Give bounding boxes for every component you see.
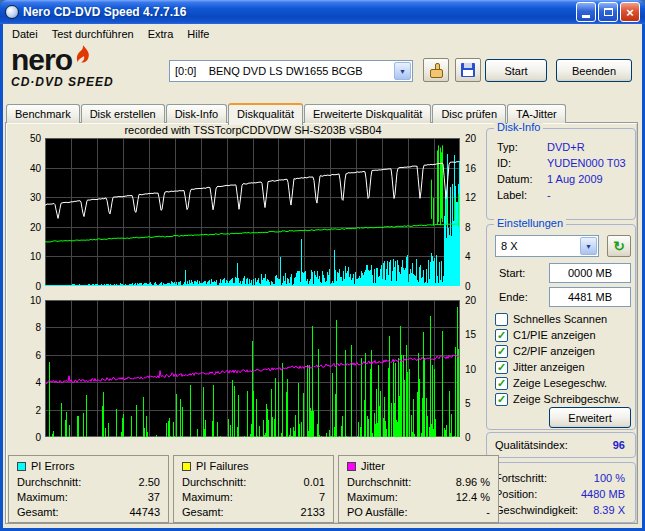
tab-ta-jitter[interactable]: TA-Jitter — [507, 104, 566, 123]
stats-label: Durchschnitt: — [347, 475, 411, 490]
quit-button[interactable]: Beenden — [556, 59, 632, 82]
checkbox-c2-pif-anzeigen[interactable]: ✓C2/PIF anzeigen — [495, 343, 631, 359]
app-window: Nero CD-DVD Speed 4.7.7.16 × DateiTest d… — [0, 0, 645, 531]
minimize-icon — [582, 15, 590, 18]
speed-select[interactable]: 8 X ▼ — [495, 235, 599, 257]
disk-info-label: Label: — [497, 189, 547, 201]
chevron-down-icon[interactable]: ▼ — [394, 62, 411, 80]
tab-disc-prüfen[interactable]: Disc prüfen — [432, 104, 506, 123]
save-button[interactable] — [455, 58, 481, 82]
product-name-text: CD·DVD SPEED — [11, 75, 163, 89]
y-axis-tick-right: 4 — [465, 251, 471, 262]
tab-disk-info[interactable]: Disk-Info — [166, 104, 227, 123]
checkbox-zeige-schreibgeschw[interactable]: ✓Zeige Schreibgeschw. — [495, 391, 631, 407]
progress-row: Position:4480 MB — [495, 486, 625, 502]
stats-box-jitter: JitterDurchschnitt:8.96 %Maximum:12.4 %P… — [338, 455, 499, 523]
checkbox-label: C2/PIF anzeigen — [513, 345, 595, 357]
hand-icon — [429, 63, 443, 77]
y-axis-tick-right: 5 — [465, 398, 471, 409]
checkbox-schnelles-scannen[interactable]: Schnelles Scannen — [495, 311, 631, 327]
nero-logo-wordmark: nero — [11, 46, 163, 74]
stats-row: Maximum:7 — [182, 490, 325, 505]
stats-value: 7 — [319, 490, 325, 505]
stats-label: Maximum: — [347, 490, 398, 505]
y-axis-tick-left: 40 — [21, 163, 41, 174]
checkbox-label: Zeige Lesegeschw. — [513, 377, 607, 389]
tab-benchmark[interactable]: Benchmark — [6, 104, 80, 123]
checkbox-box: ✓ — [495, 329, 508, 342]
stats-label: PO Ausfälle: — [347, 505, 408, 520]
app-icon — [5, 5, 19, 19]
progress-label: Geschwindigkeit: — [495, 502, 578, 518]
disk-info-value: 1 Aug 2009 — [547, 173, 635, 185]
stats-value: - — [486, 505, 490, 520]
progress-value: 100 % — [594, 470, 625, 486]
checkbox-jitter-anzeigen[interactable]: ✓Jitter anzeigen — [495, 359, 631, 375]
y-axis-tick-right: 12 — [465, 192, 476, 203]
checkbox-zeige-lesegeschw[interactable]: ✓Zeige Lesegeschw. — [495, 375, 631, 391]
nero-brand-text: nero — [11, 46, 72, 74]
settings-panel: Einstellungen 8 X ▼ ↻ Start: Ende: Schne… — [486, 224, 636, 430]
start-position-field[interactable] — [549, 263, 631, 283]
menu-item-test-durchführen[interactable]: Test durchführen — [45, 26, 141, 42]
stats-row: Gesamt:2133 — [182, 505, 325, 520]
speed-select-value: 8 X — [496, 236, 579, 256]
stats-row: PO Ausfälle:- — [347, 505, 490, 520]
chart-header: recorded with TSSTcorpCDDVDW SH-S203B vS… — [45, 124, 461, 136]
stats-row: Maximum:37 — [17, 490, 160, 505]
stats-value: 2133 — [301, 505, 325, 520]
end-position-field[interactable] — [549, 287, 631, 307]
start-position-label: Start: — [499, 267, 525, 279]
tab-disk-erstellen[interactable]: Disk erstellen — [81, 104, 165, 123]
disk-info-label: ID: — [497, 157, 547, 169]
menu-item-extra[interactable]: Extra — [141, 26, 181, 42]
y-axis-tick-right: 8 — [465, 222, 471, 233]
tab-bar: BenchmarkDisk erstellenDisk-InfoDiskqual… — [6, 100, 567, 123]
checkbox-label: Jitter anzeigen — [513, 361, 585, 373]
stats-value: 2.50 — [139, 475, 160, 490]
start-button[interactable]: Start — [485, 59, 547, 82]
chevron-down-icon[interactable]: ▼ — [580, 237, 597, 255]
options-hand-button[interactable] — [423, 58, 449, 82]
advanced-button[interactable]: Erweitert — [549, 407, 631, 428]
tab-diskqualität[interactable]: Diskqualität — [228, 103, 303, 125]
titlebar[interactable]: Nero CD-DVD Speed 4.7.7.16 × — [0, 0, 645, 24]
settings-title: Einstellungen — [494, 217, 566, 229]
flame-icon — [74, 44, 92, 68]
checkbox-box: ✓ — [495, 361, 508, 374]
close-button[interactable]: × — [620, 2, 640, 22]
menu-item-datei[interactable]: Datei — [5, 26, 45, 42]
disk-info-rows: Typ:DVD+RID:YUDEN000 T03Datum:1 Aug 2009… — [487, 129, 635, 201]
maximize-button[interactable] — [598, 2, 618, 22]
y-axis-tick-left: 6 — [21, 350, 41, 361]
disk-info-label: Datum: — [497, 173, 547, 185]
menu-item-hilfe[interactable]: Hilfe — [180, 26, 216, 42]
progress-row: Geschwindigkeit:8.39 X — [495, 502, 625, 518]
y-axis-tick-right: 15 — [465, 329, 476, 340]
checkbox-box — [495, 313, 508, 326]
progress-row: Fortschritt:100 % — [495, 470, 625, 486]
stats-box-pi-failures: PI FailuresDurchschnitt:0.01Maximum:7Ges… — [173, 455, 334, 523]
tab-erweiterte-diskqualität[interactable]: Erweiterte Diskqualität — [304, 104, 431, 123]
refresh-button[interactable]: ↻ — [607, 235, 631, 257]
y-axis-tick-left: 10 — [21, 251, 41, 262]
checkbox-c1-pie-anzeigen[interactable]: ✓C1/PIE anzeigen — [495, 327, 631, 343]
window-title: Nero CD-DVD Speed 4.7.7.16 — [23, 5, 572, 19]
checkbox-label: Schnelles Scannen — [513, 313, 607, 325]
checkbox-label: Zeige Schreibgeschw. — [513, 393, 621, 405]
stats-box-header: Jitter — [347, 460, 490, 472]
drive-select[interactable]: [0:0] BENQ DVD LS DW1655 BCGB ▼ — [169, 60, 413, 82]
progress-label: Position: — [495, 486, 537, 502]
stats-row: Durchschnitt:8.96 % — [347, 475, 490, 490]
stats-value: 8.96 % — [456, 475, 490, 490]
minimize-button[interactable] — [576, 2, 596, 22]
stats-row: Gesamt:44743 — [17, 505, 160, 520]
stats-label: Gesamt: — [182, 505, 224, 520]
floppy-save-icon — [461, 63, 475, 77]
stats-box-pi-errors: PI ErrorsDurchschnitt:2.50Maximum:37Gesa… — [8, 455, 169, 523]
stats-box-header: PI Failures — [182, 460, 325, 472]
y-axis-tick-left: 30 — [21, 192, 41, 203]
progress-value: 4480 MB — [581, 486, 625, 502]
disk-info-value: DVD+R — [547, 141, 635, 153]
checkbox-label: C1/PIE anzeigen — [513, 329, 596, 341]
